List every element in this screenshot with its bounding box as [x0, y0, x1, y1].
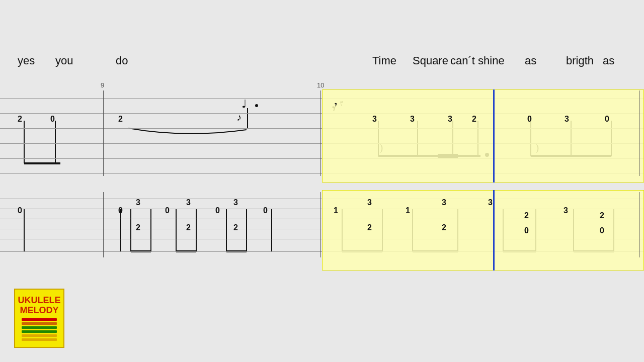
- tab-b-0e: 0: [263, 206, 268, 215]
- tab-b-0a: 0: [18, 206, 22, 215]
- logo-stripe-3: [22, 326, 57, 329]
- lyric-as2: as: [603, 54, 614, 67]
- blue-line-bottom: [493, 190, 495, 270]
- tab-b-2a: 2: [136, 223, 140, 232]
- tab-b-2c: 2: [233, 223, 238, 232]
- tab-t-3a: 3: [372, 115, 377, 124]
- tab-b-0f: 0: [524, 226, 529, 235]
- lyric-as1: as: [525, 54, 536, 67]
- tab-b-2f: 2: [524, 211, 529, 220]
- tab-t-2c: 2: [472, 115, 476, 124]
- logo-stripe-6: [22, 338, 57, 341]
- tab-t-0b: 0: [527, 115, 532, 124]
- tab-t-3d: 3: [565, 115, 569, 124]
- logo-stripe-2: [22, 322, 57, 325]
- svg-text:♩: ♩: [242, 98, 247, 110]
- tab-t-0c: 0: [605, 115, 609, 124]
- blue-line-top: [493, 89, 495, 183]
- lyric-do: do: [116, 54, 128, 67]
- tab-t-3b: 3: [410, 115, 415, 124]
- tab-t-3c: 3: [448, 115, 452, 124]
- logo-text: UKULELE MELODY: [18, 296, 61, 316]
- tab-b-2g: 2: [600, 211, 604, 220]
- barline-b3: [639, 192, 639, 257]
- lyric-square: Square: [413, 54, 448, 67]
- tab-t-2b: 2: [118, 115, 123, 124]
- barline-b1: [103, 192, 104, 257]
- tab-b-0g: 0: [600, 226, 604, 235]
- logo-stripe-4: [22, 330, 57, 333]
- tab-b-0c: 0: [165, 206, 170, 215]
- svg-point-2: [255, 104, 258, 107]
- tab-t-2a: 2: [18, 115, 22, 124]
- tab-b-3e: 3: [442, 198, 446, 207]
- lyric-brigth: brigth: [566, 54, 594, 67]
- tab-b-2b: 2: [186, 223, 191, 232]
- lyric-you: you: [55, 54, 73, 67]
- lyric-time: Time: [372, 54, 396, 67]
- logo-stripe-1: [22, 318, 57, 321]
- tab-b-1a: 1: [334, 206, 338, 215]
- tab-b-3d: 3: [367, 198, 372, 207]
- logo: UKULELE MELODY: [14, 289, 64, 348]
- tab-b-2e: 2: [442, 223, 446, 232]
- tab-b-3c: 3: [233, 198, 238, 207]
- lyric-cant-shine: can´t shine: [450, 54, 505, 67]
- tab-b-0b: 0: [118, 206, 123, 215]
- barline-t2: [320, 90, 321, 176]
- tab-t-0a: 0: [50, 115, 55, 124]
- main-container: ♩ 𝄾 ) ): [0, 0, 644, 362]
- lyric-yes: yes: [18, 54, 35, 67]
- logo-stripes: [22, 318, 57, 341]
- logo-stripe-5: [22, 334, 57, 337]
- barline-t3: [639, 90, 639, 176]
- highlight-top: [322, 89, 644, 183]
- tab-b-0d: 0: [215, 206, 220, 215]
- tab-b-3a: 3: [136, 198, 140, 207]
- tab-b-3f: 3: [488, 198, 493, 207]
- measure-num-9: 9: [101, 81, 104, 89]
- tab-b-1b: 1: [406, 206, 410, 215]
- measure-num-10: 10: [317, 81, 324, 89]
- barline-t1: [103, 90, 104, 176]
- tab-b-2d: 2: [367, 223, 372, 232]
- tab-b-3b: 3: [186, 198, 191, 207]
- barline-b2: [320, 192, 321, 257]
- tab-b-3g: 3: [564, 206, 568, 215]
